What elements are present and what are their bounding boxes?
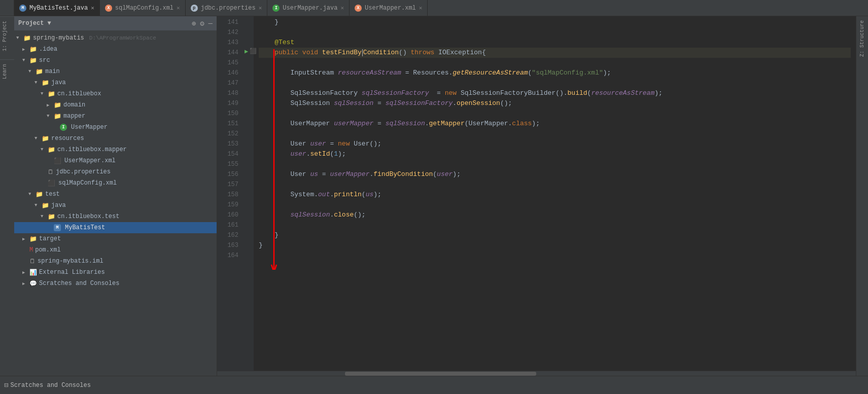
code-line-149: SqlSession sqlSession = sqlSessionFactor… — [259, 98, 851, 109]
tab-sqlmapconfig[interactable]: X sqlMapConfig.xml ✕ — [100, 0, 186, 16]
tab-close-usermapper-xml[interactable]: ✕ — [419, 5, 423, 11]
cursor — [362, 49, 363, 56]
tab-icon-xml1: X — [105, 5, 112, 12]
tree-resources[interactable]: ▼ 📁 resources — [14, 133, 217, 144]
props-icon-jdbc: 🗒 — [48, 168, 54, 176]
tree-cn-itbluebox[interactable]: ▼ 📁 cn.itbluebox — [14, 88, 217, 99]
tree-scratches[interactable]: ▶ 💬 Scratches and Consoles — [14, 278, 217, 289]
code-line-162: } — [259, 230, 851, 240]
folder-icon-target: 📁 — [29, 235, 37, 243]
outer-left-panel: 1: Project Learn — [0, 16, 14, 376]
code-scrollbar-thumb[interactable] — [345, 372, 537, 376]
sidebar-item-project[interactable]: 1: Project — [0, 16, 14, 55]
header-icon-close[interactable]: — — [209, 19, 213, 28]
tree-target[interactable]: ▶ 📁 target — [14, 233, 217, 244]
code-content: 141 142 143 144 145 146 147 148 149 150 … — [217, 16, 856, 371]
folder-icon-testjava: 📁 — [42, 202, 49, 209]
project-panel: Project ▼ ⊕ ⚙ — ▼ 📁 spring-mybatis D:\AP… — [14, 16, 217, 376]
tree-mybatistest[interactable]: M MyBatisTest — [14, 222, 217, 233]
folder-icon-idea: 📁 — [29, 46, 37, 53]
tab-close-sqlmapconfig[interactable]: ✕ — [177, 5, 180, 11]
bottom-scratches-label[interactable]: Scratches and Consoles — [10, 382, 90, 389]
outer-right-panel: Z: Structure — [856, 16, 868, 376]
xml-icon-usermapper: ⬛ — [54, 157, 61, 165]
code-line-145 — [259, 58, 851, 68]
sidebar-item-structure[interactable]: Z: Structure — [857, 16, 867, 61]
code-line-150 — [259, 109, 851, 119]
project-header-icons: ⊕ ⚙ — — [192, 19, 213, 28]
bottom-panel: ⊟ Scratches and Consoles — [0, 376, 868, 394]
tab-close-jdbc[interactable]: ✕ — [259, 5, 262, 11]
code-area[interactable]: } @Test public void testFindB — [254, 16, 856, 262]
folder-icon-domain: 📁 — [54, 101, 61, 109]
tree-usermapper-xml[interactable]: ⬛ UserMapper.xml — [14, 155, 217, 166]
tab-label-jdbc: jdbc.properties — [201, 5, 256, 12]
code-line-159 — [259, 200, 851, 210]
folder-icon-main: 📁 — [36, 68, 43, 76]
tree-domain[interactable]: ▶ 📁 domain — [14, 99, 217, 111]
code-line-141: } — [259, 17, 851, 27]
tree-cn-itbluebox-mapper[interactable]: ▼ 📁 cn.itbluebox.mapper — [14, 144, 217, 155]
tree-jdbc-props[interactable]: 🗒 jdbc.properties — [14, 166, 217, 177]
tab-mybatistest[interactable]: M MyBatisTest.java ✕ — [14, 0, 100, 16]
tree-test-java[interactable]: ▼ 📁 java — [14, 200, 217, 211]
tree-sqlmapconfig[interactable]: ⬛ sqlMapConfig.xml — [14, 177, 217, 189]
folder-icon-test: 📁 — [36, 191, 43, 198]
code-line-157 — [259, 180, 851, 190]
code-line-160: sqlSession . close (); — [259, 210, 851, 220]
folder-icon-test-cn: 📁 — [48, 213, 55, 221]
code-line-142 — [259, 27, 851, 38]
tab-close-usermapper-java[interactable]: ✕ — [340, 5, 344, 11]
tab-usermapper-java[interactable]: I UserMapper.java ✕ — [267, 0, 350, 16]
tab-icon-props: p — [191, 5, 198, 12]
tree-ext-libs[interactable]: ▶ 📊 External Libraries — [14, 267, 217, 278]
tree-pom[interactable]: M pom.xml — [14, 244, 217, 256]
tree-java[interactable]: ▼ 📁 java — [14, 77, 217, 88]
bottom-terminal-icon[interactable]: ⊟ — [4, 381, 8, 389]
interface-icon-usermapper: I — [60, 124, 67, 131]
code-line-154: user . setId ( 1 ); — [259, 149, 851, 159]
code-line-156: User us = userMapper . findByCondition (… — [259, 169, 851, 180]
folder-icon-root: 📁 — [23, 34, 31, 42]
code-line-163: } — [259, 240, 851, 250]
sidebar-item-learn[interactable]: Learn — [0, 59, 14, 83]
code-line-153: User user = new User(); — [259, 139, 851, 149]
code-line-144: public void testFindByCondition () throw… — [259, 48, 851, 58]
code-scrollbar[interactable] — [217, 371, 856, 376]
tree-iml[interactable]: 🗒 spring-mybatis.iml — [14, 256, 217, 267]
tree-root[interactable]: ▼ 📁 spring-mybatis D:\AProgramWorkSpace — [14, 32, 217, 44]
tree-usermapper-interface[interactable]: I UserMapper — [14, 122, 217, 133]
folder-icon-cn: 📁 — [48, 90, 55, 98]
code-line-155 — [259, 159, 851, 169]
tab-usermapper-xml[interactable]: X UserMapper.xml ✕ — [350, 0, 428, 16]
tab-jdbc[interactable]: p jdbc.properties ✕ — [186, 0, 268, 16]
code-line-158: System. out . println ( us ); — [259, 190, 851, 200]
header-icon-settings[interactable]: ⚙ — [200, 19, 204, 28]
tab-close-mybatistest[interactable]: ✕ — [91, 5, 94, 11]
project-title: Project ▼ — [18, 20, 51, 27]
code-scroll-area[interactable]: } @Test public void testFindB — [254, 16, 856, 371]
code-line-151: UserMapper userMapper = sqlSession . get… — [259, 119, 851, 129]
scratches-label: Scratches and Consoles — [39, 280, 119, 287]
code-line-161 — [259, 220, 851, 230]
java-icon-mybatistest: M — [54, 224, 61, 231]
project-tree: ▼ 📁 spring-mybatis D:\AProgramWorkSpace … — [14, 30, 217, 376]
tree-cn-itbluebox-test[interactable]: ▼ 📁 cn.itbluebox.test — [14, 211, 217, 222]
tab-icon-java: M — [19, 5, 26, 12]
code-line-148: SqlSessionFactory sqlSessionFactory = ne… — [259, 88, 851, 98]
tree-idea[interactable]: ▶ 📁 .idea — [14, 44, 217, 55]
folder-icon-mapper2: 📁 — [48, 146, 55, 154]
code-line-147 — [259, 78, 851, 88]
code-line-146: InputStream resourceAsStream = Resources… — [259, 68, 851, 78]
tab-label-sqlmapconfig: sqlMapConfig.xml — [115, 5, 173, 12]
header-icon-globe[interactable]: ⊕ — [192, 19, 196, 28]
tree-test[interactable]: ▼ 📁 test — [14, 189, 217, 200]
tree-src[interactable]: ▼ 📁 src — [14, 55, 217, 66]
code-gutter: ▶ ⬛ — [244, 16, 254, 371]
tab-label-mybatistest: MyBatisTest.java — [29, 5, 88, 12]
chart-icon-extlibs: 📊 — [29, 269, 37, 276]
tree-mapper[interactable]: ▼ 📁 mapper — [14, 111, 217, 122]
tab-icon-interface: I — [272, 5, 280, 12]
run-icon-line144[interactable]: ▶ — [245, 48, 248, 55]
tree-main[interactable]: ▼ 📁 main — [14, 66, 217, 77]
